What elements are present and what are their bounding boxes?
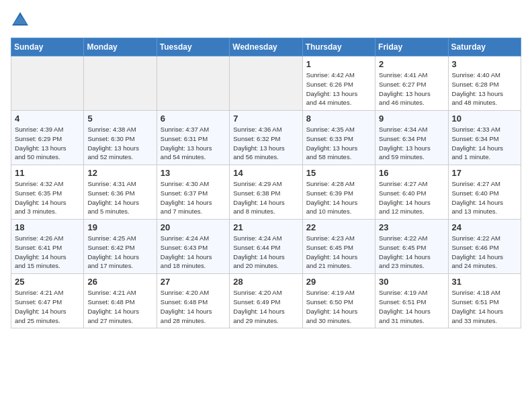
calendar-cell: 6Sunrise: 4:37 AM Sunset: 6:31 PM Daylig…	[157, 111, 229, 165]
day-info: Sunrise: 4:27 AM Sunset: 6:40 PM Dayligh…	[452, 179, 517, 216]
day-number: 14	[233, 168, 298, 178]
day-number: 19	[87, 222, 152, 232]
day-info: Sunrise: 4:30 AM Sunset: 6:37 PM Dayligh…	[161, 179, 226, 216]
calendar-cell: 2Sunrise: 4:41 AM Sunset: 6:27 PM Daylig…	[375, 56, 448, 111]
day-info: Sunrise: 4:24 AM Sunset: 6:43 PM Dayligh…	[161, 234, 226, 271]
day-number: 6	[161, 113, 226, 124]
calendar-cell: 12Sunrise: 4:31 AM Sunset: 6:36 PM Dayli…	[84, 165, 157, 220]
day-number: 25	[15, 277, 80, 287]
week-row-3: 18Sunrise: 4:26 AM Sunset: 6:41 PM Dayli…	[11, 220, 521, 274]
calendar-cell: 18Sunrise: 4:26 AM Sunset: 6:41 PM Dayli…	[11, 220, 84, 274]
calendar-cell: 22Sunrise: 4:23 AM Sunset: 6:45 PM Dayli…	[302, 220, 375, 274]
week-row-0: 1Sunrise: 4:42 AM Sunset: 6:26 PM Daylig…	[11, 56, 521, 111]
calendar-cell: 5Sunrise: 4:38 AM Sunset: 6:30 PM Daylig…	[84, 111, 157, 165]
calendar-cell	[84, 56, 157, 111]
day-number: 29	[306, 277, 371, 287]
day-number: 2	[379, 59, 444, 69]
calendar-table: SundayMondayTuesdayWednesdayThursdayFrid…	[11, 38, 521, 328]
day-number: 23	[379, 222, 444, 232]
day-info: Sunrise: 4:42 AM Sunset: 6:26 PM Dayligh…	[306, 71, 371, 107]
day-number: 10	[452, 113, 517, 124]
calendar-cell: 19Sunrise: 4:25 AM Sunset: 6:42 PM Dayli…	[84, 220, 157, 274]
day-info: Sunrise: 4:18 AM Sunset: 6:51 PM Dayligh…	[452, 288, 517, 325]
day-info: Sunrise: 4:21 AM Sunset: 6:48 PM Dayligh…	[87, 288, 152, 325]
calendar-cell: 21Sunrise: 4:24 AM Sunset: 6:44 PM Dayli…	[230, 220, 302, 274]
day-number: 30	[379, 277, 444, 287]
day-info: Sunrise: 4:31 AM Sunset: 6:36 PM Dayligh…	[87, 179, 152, 216]
day-info: Sunrise: 4:36 AM Sunset: 6:32 PM Dayligh…	[233, 125, 298, 162]
day-number: 22	[306, 222, 371, 232]
col-header-wednesday: Wednesday	[230, 38, 302, 56]
day-number: 17	[452, 168, 517, 178]
day-number: 18	[15, 222, 80, 232]
day-info: Sunrise: 4:23 AM Sunset: 6:45 PM Dayligh…	[306, 234, 371, 271]
svg-marker-1	[13, 15, 27, 24]
day-info: Sunrise: 4:39 AM Sunset: 6:29 PM Dayligh…	[15, 125, 80, 162]
day-number: 27	[161, 277, 226, 287]
day-number: 1	[306, 59, 371, 69]
day-info: Sunrise: 4:19 AM Sunset: 6:51 PM Dayligh…	[379, 288, 444, 325]
calendar-cell	[11, 56, 84, 111]
calendar-cell: 26Sunrise: 4:21 AM Sunset: 6:48 PM Dayli…	[84, 274, 157, 328]
calendar-cell: 30Sunrise: 4:19 AM Sunset: 6:51 PM Dayli…	[375, 274, 448, 328]
week-row-4: 25Sunrise: 4:21 AM Sunset: 6:47 PM Dayli…	[11, 274, 521, 328]
calendar-cell	[230, 56, 302, 111]
calendar-cell: 1Sunrise: 4:42 AM Sunset: 6:26 PM Daylig…	[302, 56, 375, 111]
day-number: 3	[452, 59, 517, 69]
calendar-cell: 24Sunrise: 4:22 AM Sunset: 6:46 PM Dayli…	[448, 220, 521, 274]
calendar-cell: 15Sunrise: 4:28 AM Sunset: 6:39 PM Dayli…	[302, 165, 375, 220]
day-info: Sunrise: 4:22 AM Sunset: 6:45 PM Dayligh…	[379, 234, 444, 271]
header-row: SundayMondayTuesdayWednesdayThursdayFrid…	[11, 38, 521, 56]
day-number: 9	[379, 113, 444, 124]
day-info: Sunrise: 4:27 AM Sunset: 6:40 PM Dayligh…	[379, 179, 444, 216]
week-row-2: 11Sunrise: 4:32 AM Sunset: 6:35 PM Dayli…	[11, 165, 521, 220]
calendar-cell: 11Sunrise: 4:32 AM Sunset: 6:35 PM Dayli…	[11, 165, 84, 220]
col-header-friday: Friday	[375, 38, 448, 56]
day-info: Sunrise: 4:21 AM Sunset: 6:47 PM Dayligh…	[15, 288, 80, 325]
col-header-monday: Monday	[84, 38, 157, 56]
day-number: 4	[15, 113, 80, 124]
day-info: Sunrise: 4:20 AM Sunset: 6:48 PM Dayligh…	[161, 288, 226, 325]
day-number: 13	[161, 168, 226, 178]
calendar-cell	[157, 56, 229, 111]
calendar-cell: 13Sunrise: 4:30 AM Sunset: 6:37 PM Dayli…	[157, 165, 229, 220]
day-info: Sunrise: 4:28 AM Sunset: 6:39 PM Dayligh…	[306, 179, 371, 216]
calendar-cell: 28Sunrise: 4:20 AM Sunset: 6:49 PM Dayli…	[230, 274, 302, 328]
day-info: Sunrise: 4:24 AM Sunset: 6:44 PM Dayligh…	[233, 234, 298, 271]
day-number: 24	[452, 222, 517, 232]
day-number: 21	[233, 222, 298, 232]
day-info: Sunrise: 4:19 AM Sunset: 6:50 PM Dayligh…	[306, 288, 371, 325]
calendar-cell: 17Sunrise: 4:27 AM Sunset: 6:40 PM Dayli…	[448, 165, 521, 220]
day-info: Sunrise: 4:35 AM Sunset: 6:33 PM Dayligh…	[306, 125, 371, 162]
day-info: Sunrise: 4:26 AM Sunset: 6:41 PM Dayligh…	[15, 234, 80, 271]
calendar-cell: 16Sunrise: 4:27 AM Sunset: 6:40 PM Dayli…	[375, 165, 448, 220]
calendar-cell: 4Sunrise: 4:39 AM Sunset: 6:29 PM Daylig…	[11, 111, 84, 165]
day-number: 7	[233, 113, 298, 124]
week-row-1: 4Sunrise: 4:39 AM Sunset: 6:29 PM Daylig…	[11, 111, 521, 165]
day-info: Sunrise: 4:29 AM Sunset: 6:38 PM Dayligh…	[233, 179, 298, 216]
calendar-cell: 23Sunrise: 4:22 AM Sunset: 6:45 PM Dayli…	[375, 220, 448, 274]
day-info: Sunrise: 4:20 AM Sunset: 6:49 PM Dayligh…	[233, 288, 298, 325]
calendar-cell: 8Sunrise: 4:35 AM Sunset: 6:33 PM Daylig…	[302, 111, 375, 165]
day-number: 8	[306, 113, 371, 124]
calendar-cell: 20Sunrise: 4:24 AM Sunset: 6:43 PM Dayli…	[157, 220, 229, 274]
day-info: Sunrise: 4:41 AM Sunset: 6:27 PM Dayligh…	[379, 71, 444, 107]
calendar-cell: 3Sunrise: 4:40 AM Sunset: 6:28 PM Daylig…	[448, 56, 521, 111]
logo-icon	[11, 11, 30, 30]
calendar-cell: 9Sunrise: 4:34 AM Sunset: 6:34 PM Daylig…	[375, 111, 448, 165]
col-header-sunday: Sunday	[11, 38, 84, 56]
calendar-cell: 25Sunrise: 4:21 AM Sunset: 6:47 PM Dayli…	[11, 274, 84, 328]
day-number: 28	[233, 277, 298, 287]
day-number: 12	[87, 168, 152, 178]
calendar-cell: 10Sunrise: 4:33 AM Sunset: 6:34 PM Dayli…	[448, 111, 521, 165]
col-header-saturday: Saturday	[448, 38, 521, 56]
day-info: Sunrise: 4:37 AM Sunset: 6:31 PM Dayligh…	[161, 125, 226, 162]
logo	[11, 11, 32, 30]
day-info: Sunrise: 4:33 AM Sunset: 6:34 PM Dayligh…	[452, 125, 517, 162]
day-info: Sunrise: 4:34 AM Sunset: 6:34 PM Dayligh…	[379, 125, 444, 162]
calendar-cell: 31Sunrise: 4:18 AM Sunset: 6:51 PM Dayli…	[448, 274, 521, 328]
day-info: Sunrise: 4:25 AM Sunset: 6:42 PM Dayligh…	[87, 234, 152, 271]
day-number: 26	[87, 277, 152, 287]
day-number: 5	[87, 113, 152, 124]
page-header	[11, 11, 521, 30]
